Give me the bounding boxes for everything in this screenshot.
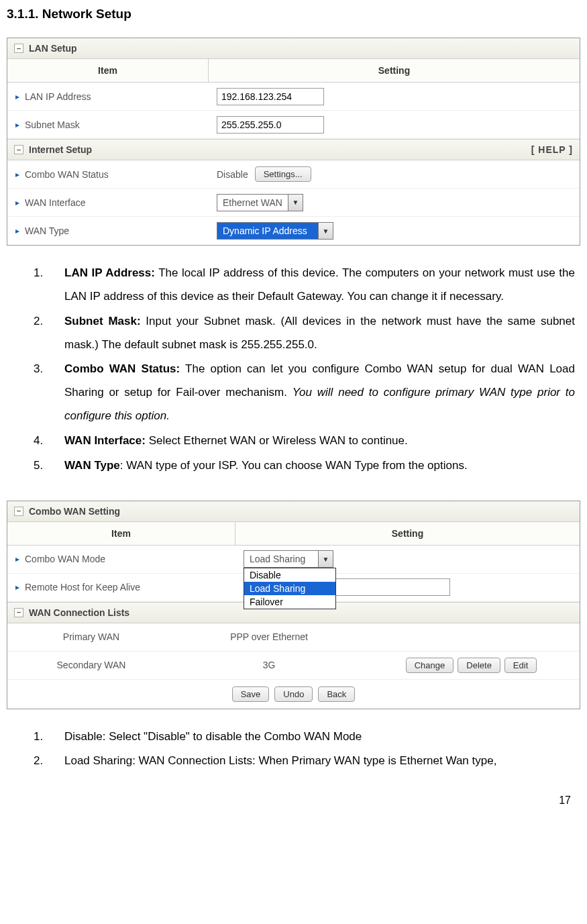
wan-type-select[interactable]: Dynamic IP Address ▼ bbox=[217, 222, 333, 240]
marker-icon: ▸ bbox=[15, 120, 19, 130]
lan-ip-label: LAN IP Address bbox=[25, 91, 91, 102]
combo-wan-mode-dropdown: Disable Load Sharing Failover bbox=[244, 568, 336, 609]
col-item: Item bbox=[7, 59, 209, 82]
option-disable[interactable]: Disable bbox=[244, 568, 335, 582]
row-combo-wan-status: ▸Combo WAN Status Disable Settings... bbox=[7, 160, 580, 189]
subnet-input[interactable] bbox=[217, 116, 324, 134]
collapse-icon[interactable]: – bbox=[14, 44, 23, 53]
list-num: 1. bbox=[34, 262, 64, 309]
list-text: Combo WAN Status: The option can let you… bbox=[64, 358, 575, 428]
marker-icon: ▸ bbox=[15, 170, 19, 179]
list-num: 4. bbox=[34, 429, 64, 453]
wan-type-value: Dynamic IP Address bbox=[217, 223, 318, 239]
row-secondary-wan: Secondary WAN 3G Change Delete Edit bbox=[7, 652, 580, 680]
list-text: Disable: Select "Disable" to disable the… bbox=[64, 725, 575, 749]
secondary-wan-label: Secondary WAN bbox=[7, 656, 175, 674]
page-number: 17 bbox=[7, 774, 580, 808]
wan-interface-value: Ethernet WAN bbox=[217, 195, 288, 211]
save-button[interactable]: Save bbox=[232, 686, 270, 702]
collapse-icon[interactable]: – bbox=[14, 145, 23, 154]
row-lan-ip: ▸LAN IP Address bbox=[7, 83, 580, 111]
row-subnet: ▸Subnet Mask bbox=[7, 111, 580, 139]
remote-host-input[interactable] bbox=[329, 578, 450, 596]
row-combo-wan-mode: ▸Combo WAN Mode Load Sharing ▼ Disable L… bbox=[7, 546, 580, 574]
chevron-down-icon: ▼ bbox=[288, 195, 303, 211]
combo-wan-setting-header[interactable]: – Combo WAN Setting bbox=[7, 501, 580, 522]
list-num: 2. bbox=[34, 750, 64, 773]
columns-header: Item Setting bbox=[7, 522, 580, 546]
list-text: WAN Type: WAN type of your ISP. You can … bbox=[64, 454, 575, 478]
undo-button[interactable]: Undo bbox=[274, 686, 313, 702]
columns-header: Item Setting bbox=[7, 59, 580, 83]
combo-wan-setting-title: Combo WAN Setting bbox=[29, 506, 120, 517]
subnet-label: Subnet Mask bbox=[25, 119, 80, 130]
row-wan-interface: ▸WAN Interface Ethernet WAN ▼ bbox=[7, 189, 580, 217]
combo-wan-panel: – Combo WAN Setting Item Setting ▸Combo … bbox=[7, 501, 580, 709]
option-failover[interactable]: Failover bbox=[244, 595, 335, 609]
lan-setup-title: LAN Setup bbox=[29, 43, 77, 54]
collapse-icon[interactable]: – bbox=[14, 507, 23, 516]
list-num: 3. bbox=[34, 358, 64, 428]
list-text: WAN Interface: Select Ethernet WAN or Wi… bbox=[64, 429, 575, 453]
settings-button[interactable]: Settings... bbox=[255, 166, 311, 182]
list-text: Subnet Mask: Input your Subnet mask. (Al… bbox=[64, 310, 575, 357]
list-num: 5. bbox=[34, 454, 64, 478]
option-load-sharing[interactable]: Load Sharing bbox=[244, 582, 335, 595]
marker-icon: ▸ bbox=[15, 226, 19, 236]
back-button[interactable]: Back bbox=[318, 686, 355, 702]
internet-setup-header[interactable]: – Internet Setup [ HELP ] bbox=[7, 139, 580, 160]
help-link[interactable]: [ HELP ] bbox=[531, 144, 573, 155]
wan-connection-lists-title: WAN Connection Lists bbox=[29, 607, 129, 618]
lan-internet-setup-panel: – LAN Setup Item Setting ▸LAN IP Address… bbox=[7, 38, 580, 246]
combo-wan-status-text: Disable bbox=[217, 169, 248, 180]
delete-button[interactable]: Delete bbox=[458, 658, 500, 673]
row-wan-type: ▸WAN Type Dynamic IP Address ▼ bbox=[7, 217, 580, 245]
internet-setup-title: Internet Setup bbox=[29, 144, 92, 155]
col-setting: Setting bbox=[209, 59, 580, 82]
lan-setup-header[interactable]: – LAN Setup bbox=[7, 38, 580, 59]
primary-wan-label: Primary WAN bbox=[7, 627, 175, 646]
wan-type-label: WAN Type bbox=[25, 225, 69, 236]
marker-icon: ▸ bbox=[15, 198, 19, 207]
chevron-down-icon: ▼ bbox=[318, 223, 333, 239]
list-num: 2. bbox=[34, 310, 64, 357]
combo-wan-mode-label: Combo WAN Mode bbox=[25, 554, 105, 564]
edit-button[interactable]: Edit bbox=[504, 658, 537, 673]
chevron-down-icon: ▼ bbox=[318, 551, 333, 567]
description-list-2: 1. Disable: Select "Disable" to disable … bbox=[7, 725, 580, 774]
combo-wan-status-label: Combo WAN Status bbox=[25, 169, 109, 180]
list-text: LAN IP Address: The local IP address of … bbox=[64, 262, 575, 309]
row-primary-wan: Primary WAN PPP over Ethernet bbox=[7, 623, 580, 652]
marker-icon: ▸ bbox=[15, 92, 19, 101]
description-list-1: 1. LAN IP Address: The local IP address … bbox=[7, 262, 580, 478]
wan-interface-select[interactable]: Ethernet WAN ▼ bbox=[217, 194, 303, 211]
wan-interface-label: WAN Interface bbox=[25, 197, 86, 208]
list-text: Load Sharing: WAN Connection Lists: When… bbox=[64, 750, 575, 773]
change-button[interactable]: Change bbox=[406, 658, 454, 673]
action-button-bar: Save Undo Back bbox=[7, 680, 580, 709]
marker-icon: ▸ bbox=[15, 554, 19, 564]
remote-host-label: Remote Host for Keep Alive bbox=[25, 582, 140, 593]
section-heading: 3.1.1. Network Setup bbox=[7, 7, 580, 21]
marker-icon: ▸ bbox=[15, 582, 19, 592]
collapse-icon[interactable]: – bbox=[14, 608, 23, 617]
combo-wan-mode-value: Load Sharing bbox=[244, 551, 318, 567]
lan-ip-input[interactable] bbox=[217, 88, 324, 105]
secondary-wan-value: 3G bbox=[175, 656, 363, 674]
col-setting: Setting bbox=[235, 522, 580, 545]
primary-wan-value: PPP over Ethernet bbox=[175, 627, 363, 646]
col-item: Item bbox=[7, 522, 235, 545]
combo-wan-mode-select[interactable]: Load Sharing ▼ Disable Load Sharing Fail… bbox=[244, 550, 333, 568]
list-num: 1. bbox=[34, 725, 64, 749]
